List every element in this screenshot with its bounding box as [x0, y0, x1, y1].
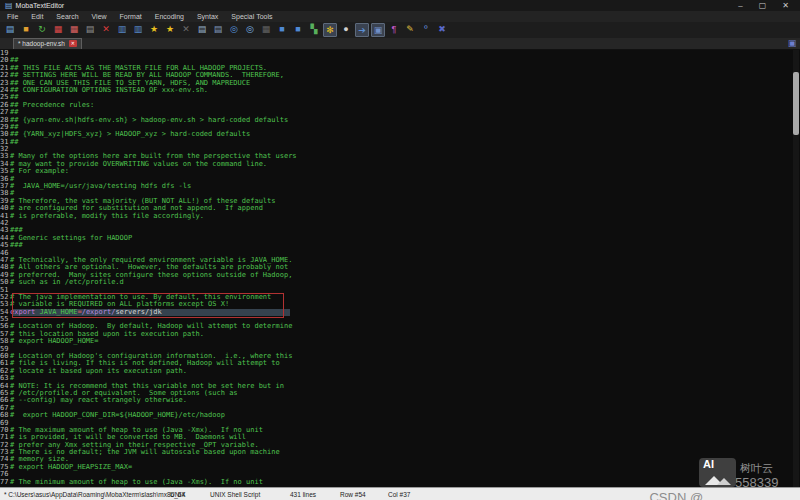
code-line-57: 57# this location based upon its executi…: [0, 331, 800, 338]
code-line-41: 41# is preferable, modify this file acco…: [0, 213, 800, 220]
exit-icon[interactable]: ✖: [435, 23, 449, 37]
tab-hadoop-env[interactable]: * hadoop-env.sh ✕: [13, 38, 82, 49]
menu-edit[interactable]: Edit: [31, 13, 43, 20]
code-line-75: 75# export HADOOP_HEAPSIZE_MAX=: [0, 464, 800, 471]
code-text: # such as in /etc/profile.d: [10, 279, 124, 286]
maximize-button[interactable]: ▢: [759, 1, 767, 10]
pilcrow-icon[interactable]: ¶: [387, 23, 401, 37]
status-line-count: 431 lines: [290, 491, 316, 498]
print-icon[interactable]: ▤: [83, 23, 97, 37]
code-area[interactable]: 1920##21## THIS FILE ACTS AS THE MASTER …: [0, 50, 800, 486]
mobatexteditor-window: ▤ MobaTextEditor – ▢ ✕ File Edit Search …: [0, 0, 800, 500]
colors-icon[interactable]: ▚: [307, 23, 321, 37]
menu-format[interactable]: Format: [120, 13, 142, 20]
code-text: ## {YARN_xyz|HDFS_xyz} > HADOOP_xyz > ha…: [10, 131, 250, 138]
csdn-watermark-prefix: CSDN @: [649, 490, 703, 500]
window-title: MobaTextEditor: [16, 2, 65, 9]
paste-icon[interactable]: ▤: [211, 23, 225, 37]
ai-logo-text: AI: [699, 458, 736, 470]
minimize-button[interactable]: –: [738, 1, 742, 10]
script-toggle-icon[interactable]: ✻: [323, 23, 337, 37]
title-bar: ▤ MobaTextEditor – ▢ ✕: [0, 0, 800, 11]
code-text: # For example:: [10, 168, 69, 175]
code-text: # export HADOOP_HOME=: [10, 338, 99, 345]
code-text: # is preferable, modify this file accord…: [10, 213, 204, 220]
code-text: # export HADOOP_HEAPSIZE_MAX=: [10, 464, 132, 471]
code-line-58: 58# export HADOOP_HOME=: [0, 338, 800, 345]
tab-close-icon[interactable]: ✕: [69, 40, 77, 47]
status-col: Col #37: [388, 491, 410, 498]
watermark-brand: 树叶云: [740, 461, 773, 476]
code-text: ##: [10, 139, 18, 146]
toolbar: ▤■↻▦▦▤✕▥▥★★✕▤▤◎◎▦■■▚✻●➔▣¶✎º✖: [0, 22, 800, 38]
code-text: ## CONFIGURATION OPTIONS INSTEAD OF xxx-…: [10, 87, 208, 94]
grid-icon[interactable]: ▦: [259, 23, 273, 37]
ai-logo: AI: [699, 458, 736, 487]
save-as-icon[interactable]: ▦: [67, 23, 81, 37]
save-icon[interactable]: ▦: [51, 23, 65, 37]
code-line-19: 19: [0, 50, 800, 57]
code-text: # Generic settings for HADOOP: [10, 235, 132, 242]
open-folder-icon[interactable]: ■: [19, 23, 33, 37]
find-icon[interactable]: ◎: [243, 23, 257, 37]
tab-list-icon[interactable]: ▣: [787, 38, 797, 48]
code-line-31: 31##: [0, 139, 800, 146]
folder-blue-icon[interactable]: ■: [275, 23, 289, 37]
code-line-28: 28## {yarn-env.sh|hdfs-env.sh} > hadoop-…: [0, 117, 800, 124]
book-toggle-icon[interactable]: ▣: [371, 23, 385, 37]
status-file-path: * C:\Users\asus\AppData\Roaming\MobaXter…: [4, 491, 185, 498]
menu-search[interactable]: Search: [56, 13, 78, 20]
editor: 1920##21## THIS FILE ACTS AS THE MASTER …: [0, 50, 800, 487]
code-text: # The minimum amount of heap to use (Jav…: [10, 479, 263, 486]
scrollbar-thumb[interactable]: [793, 72, 799, 135]
code-line-50: 50# such as in /etc/profile.d: [0, 279, 800, 286]
status-row: Row #54: [340, 491, 366, 498]
code-line-37: 37# JAVA_HOME=/usr/java/testing hdfs dfs…: [0, 183, 800, 190]
code-line-42: 42: [0, 220, 800, 227]
code-text: # JAVA_HOME=/usr/java/testing hdfs dfs -…: [10, 183, 191, 190]
menu-encoding[interactable]: Encoding: [155, 13, 184, 20]
code-line-25: 25##: [0, 94, 800, 101]
code-line-26: 26## Precedence rules:: [0, 102, 800, 109]
forward-toggle-icon[interactable]: ➔: [355, 23, 369, 37]
code-line-54: 54export JAVA_HOME=/export/servers/jdk: [0, 309, 800, 316]
code-text: ###: [10, 242, 23, 249]
code-line-24: 24## CONFIGURATION OPTIONS INSTEAD OF xx…: [0, 87, 800, 94]
code-line-30: 30## {YARN_xyz|HDFS_xyz} > HADOOP_xyz > …: [0, 131, 800, 138]
bookmark-star-icon[interactable]: ★: [147, 23, 161, 37]
edit-pencil-icon[interactable]: ✎: [403, 23, 417, 37]
line-number: 77: [0, 479, 10, 486]
code-line-35: 35# For example:: [0, 168, 800, 175]
cut-icon[interactable]: ✕: [179, 23, 193, 37]
new-file-icon[interactable]: ▤: [3, 23, 17, 37]
apple-icon[interactable]: ●: [339, 23, 353, 37]
menu-file[interactable]: File: [7, 13, 18, 20]
status-syntax: UNIX Shell Script: [210, 491, 260, 498]
reload-icon[interactable]: ↻: [35, 23, 49, 37]
panel-right-icon[interactable]: ▥: [131, 23, 145, 37]
code-text: export JAVA_HOME=/export/servers/jdk: [10, 309, 162, 316]
menu-syntax[interactable]: Syntax: [197, 13, 218, 20]
close-file-icon[interactable]: ✕: [99, 23, 113, 37]
zoom-in-icon[interactable]: ◎: [227, 23, 241, 37]
status-format: UNIX: [170, 491, 186, 498]
app-icon: ▤: [5, 0, 13, 11]
code-line-66: 66# --config) may react strangely otherw…: [0, 397, 800, 404]
code-text: ## Precedence rules:: [10, 102, 94, 109]
panel-left-icon[interactable]: ▥: [115, 23, 129, 37]
code-line-68: 68# export HADOOP_CONF_DIR=${HADOOP_HOME…: [0, 412, 800, 419]
code-text: # locate it based upon its execution pat…: [10, 368, 187, 375]
window-controls: – ▢ ✕: [738, 1, 789, 10]
superscript-icon[interactable]: º: [419, 23, 433, 37]
code-text: # --config) may react strangely otherwis…: [10, 397, 187, 404]
close-button[interactable]: ✕: [782, 1, 789, 10]
menu-bar: File Edit Search View Format Encoding Sy…: [0, 11, 800, 22]
copy-icon[interactable]: ▤: [195, 23, 209, 37]
menu-view[interactable]: View: [92, 13, 107, 20]
bookmark-star2-icon[interactable]: ★: [163, 23, 177, 37]
menu-special-tools[interactable]: Special Tools: [231, 13, 272, 20]
code-line-44: 44# Generic settings for HADOOP: [0, 235, 800, 242]
folder-blue2-icon[interactable]: ■: [291, 23, 305, 37]
tab-label: * hadoop-env.sh: [18, 40, 65, 47]
code-line-62: 62# locate it based upon its execution p…: [0, 368, 800, 375]
